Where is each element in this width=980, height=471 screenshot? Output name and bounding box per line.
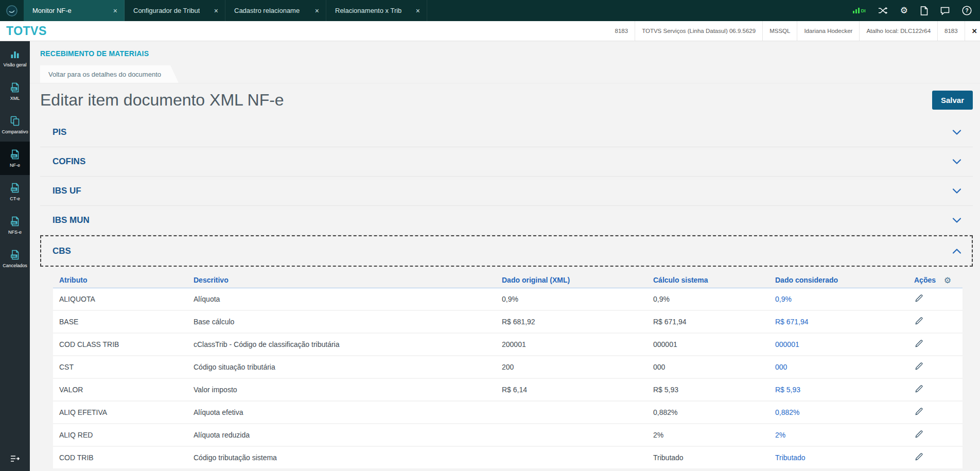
cell-dado-considerado-link[interactable]: 0,9% (769, 295, 908, 303)
cell-acoes (908, 384, 962, 395)
back-to-document-tab[interactable]: Voltar para os detalhes do documento (40, 65, 179, 83)
app-logo-icon[interactable] (0, 0, 24, 21)
edit-button[interactable] (914, 361, 924, 373)
accordion-list: PISCOFINSIBS UFIBS MUN CBS (40, 118, 973, 267)
accordion-section-pis[interactable]: PIS (40, 118, 973, 147)
compare-icon (9, 115, 21, 127)
sidebar-item-label: Cancelados (3, 263, 27, 268)
browser-tab-monitor-nf-e[interactable]: Monitor NF-e× (24, 0, 125, 21)
edit-pencil-icon (914, 316, 924, 327)
top-bar: Monitor NF-e×Configurador de Tribut×Cada… (0, 0, 980, 21)
cell-dado-considerado-link[interactable]: 0,882% (769, 408, 908, 416)
environment-info: 8183TOTVS Serviços (Linha Datasul) 06.9.… (608, 21, 980, 41)
tab-close-icon[interactable]: × (315, 7, 319, 15)
edit-button[interactable] (914, 316, 924, 327)
env-info-item: 8183 (937, 21, 965, 41)
edit-button[interactable] (914, 339, 924, 350)
help-icon[interactable]: ? (962, 6, 972, 15)
logout-button[interactable]: ✕Sair (965, 21, 980, 41)
cell-dado-original: 0,9% (496, 295, 647, 303)
sidebar-item-comparativo[interactable]: Comparativo (0, 108, 30, 142)
edit-button[interactable] (914, 384, 924, 395)
cell-atributo: VALOR (53, 386, 187, 394)
xml-doc-icon: XML (9, 149, 21, 160)
xml-doc-icon: XML (9, 182, 21, 194)
env-info-item: Idariana Hodecker (797, 21, 859, 41)
document-icon[interactable] (920, 6, 928, 15)
close-x-icon: ✕ (972, 27, 977, 35)
sidebar-item-nf-e[interactable]: XMLNF-e (0, 142, 30, 175)
top-bar-icons: DI ⚙ ? (853, 0, 980, 21)
column-header-a-es: Ações⚙ (908, 275, 962, 285)
env-info-item: 8183 (608, 21, 635, 41)
edit-button[interactable] (914, 407, 924, 418)
sidebar-item-vis-o-geral[interactable]: Visão geral (0, 41, 30, 75)
cell-dado-considerado-link[interactable]: Tributado (769, 453, 908, 462)
expand-sidebar-button[interactable] (0, 446, 30, 471)
cell-descritivo: Alíquota efetiva (187, 408, 496, 416)
sidebar-item-ct-e[interactable]: XMLCT-e (0, 175, 30, 208)
table-settings-gear-icon[interactable]: ⚙ (944, 275, 951, 285)
shuffle-icon[interactable] (878, 7, 888, 14)
browser-tab-cadastro-relacioname[interactable]: Cadastro relacioname× (225, 0, 326, 21)
cell-descritivo: cClassTrib - Código de classificação tri… (187, 340, 496, 348)
cell-dado-considerado-link[interactable]: 000001 (769, 340, 908, 348)
sidebar-item-label: Visão geral (4, 62, 27, 67)
cell-acoes (908, 429, 962, 441)
cell-calculo-sistema: 000 (647, 363, 769, 371)
edit-button[interactable] (914, 293, 924, 305)
accordion-section-cbs[interactable]: CBS (40, 235, 973, 267)
accordion-title: PIS (52, 127, 66, 137)
accordion-title: CBS (52, 246, 71, 256)
cell-descritivo: Alíquota (187, 295, 496, 303)
chat-icon[interactable] (940, 7, 950, 15)
chevron-down-icon[interactable] (952, 129, 961, 135)
tab-close-icon[interactable]: × (214, 7, 218, 15)
totvs-logo: TOTVS (6, 24, 47, 38)
column-header-label: Ações (914, 276, 936, 284)
tab-strip: Monitor NF-e×Configurador de Tribut×Cada… (24, 0, 427, 21)
table-row-base: BASEBase cálculoR$ 681,92R$ 671,94R$ 671… (53, 311, 962, 334)
accordion-section-ibs-mun[interactable]: IBS MUN (40, 206, 973, 235)
chevron-up-icon[interactable] (952, 248, 961, 254)
cell-dado-considerado-link[interactable]: R$ 671,94 (769, 318, 908, 326)
cell-acoes (908, 339, 962, 350)
cell-atributo: COD TRIB (53, 453, 187, 462)
cell-acoes (908, 452, 962, 463)
save-button[interactable]: Salvar (932, 91, 973, 110)
cell-calculo-sistema: 000001 (647, 340, 769, 348)
edit-button[interactable] (914, 429, 924, 441)
cell-dado-considerado-link[interactable]: 000 (769, 363, 908, 371)
sidebar-spacer (0, 275, 30, 446)
env-info-item: TOTVS Serviços (Linha Datasul) 06.9.5629 (635, 21, 762, 41)
cell-calculo-sistema: 0,882% (647, 408, 769, 416)
module-title: RECEBIMENTO DE MATERIAIS (40, 49, 980, 58)
sidebar-item-label: NF-e (10, 163, 20, 168)
sidebar-item-nfs-e[interactable]: XMLNFS-e (0, 208, 30, 242)
sidebar-item-xml[interactable]: XMLXML (0, 75, 30, 108)
tab-label: Configurador de Tribut (133, 7, 200, 14)
cell-dado-original: R$ 6,14 (496, 386, 647, 394)
settings-gear-icon[interactable]: ⚙ (900, 6, 908, 15)
connection-status-icon[interactable]: DI (853, 8, 866, 13)
edit-button[interactable] (914, 452, 924, 463)
chevron-down-icon[interactable] (952, 188, 961, 194)
cell-dado-considerado-link[interactable]: 2% (769, 431, 908, 439)
accordion-section-cofins[interactable]: COFINS (40, 147, 973, 177)
cell-acoes (908, 293, 962, 305)
sidebar-items: Visão geralXMLXMLComparativoXMLNF-eXMLCT… (0, 41, 30, 275)
sidebar-item-label: CT-e (10, 196, 20, 201)
sidebar-item-cancelados[interactable]: XMLCancelados (0, 242, 30, 275)
table-row-cod-trib: COD TRIBCódigo tributação sistemaTributa… (53, 447, 962, 469)
cell-dado-considerado-link[interactable]: R$ 5,93 (769, 386, 908, 394)
cell-acoes (908, 407, 962, 418)
tab-close-icon[interactable]: × (416, 7, 420, 15)
collapsed-accordions: PISCOFINSIBS UFIBS MUN (40, 118, 973, 235)
browser-tab-relacionamento-x-trib[interactable]: Relacionamento x Trib× (326, 0, 427, 21)
tab-close-icon[interactable]: × (113, 7, 117, 15)
chevron-down-icon[interactable] (952, 159, 961, 165)
browser-tab-configurador-de-tribut[interactable]: Configurador de Tribut× (125, 0, 225, 21)
accordion-section-ibs-uf[interactable]: IBS UF (40, 177, 973, 206)
chevron-down-icon[interactable] (952, 217, 961, 223)
page-header: Editar item documento XML NF-e Salvar (40, 91, 973, 110)
